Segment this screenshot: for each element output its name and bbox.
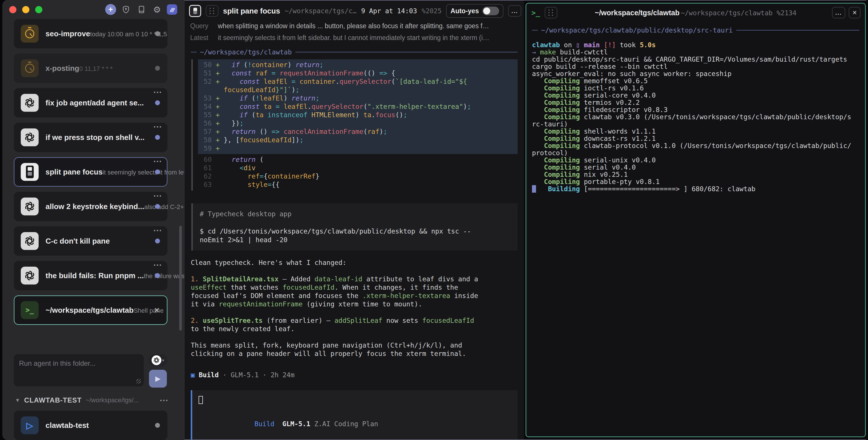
toggle-track[interactable]: [483, 7, 499, 15]
pane-menu-button[interactable]: ...: [508, 5, 522, 17]
terminal-line: Compiling portable-pty v0.8.1: [532, 178, 539, 185]
detail-pane: split pane focus ~/workspace/tgs/c… 9 Ap…: [184, 1, 524, 439]
close-window-button[interactable]: [9, 6, 17, 13]
code-line: 51 + const raf = requestAnimationFrame((…: [200, 69, 515, 77]
drag-handle[interactable]: [206, 5, 218, 17]
item-menu-button[interactable]: [154, 161, 161, 162]
sidebar-item-pane[interactable]: split pane focusit seemingly selects it …: [14, 157, 167, 187]
status-dot: [155, 31, 160, 36]
openai-icon: [21, 94, 39, 112]
sidebar-item-openai[interactable]: C-c don't kill pane: [14, 226, 167, 256]
session-list: seo-improvetoday 10:00 am 0 10 * * 1,5x-…: [2, 19, 184, 351]
sidebar-item-openai[interactable]: the build fails: Run pnpm ...the failure…: [14, 261, 167, 290]
sidebar-item-shell[interactable]: >_~/workspace/tgs/clawtabShell pane✕: [14, 296, 167, 325]
tool-output-line: # Typecheck desktop app: [200, 210, 510, 218]
run-agent-input[interactable]: Run agent in this folder...: [14, 354, 144, 386]
terminal-header[interactable]: >_ ~/workspace/tgs/clawtab ~/workspace/t…: [526, 3, 865, 20]
resize-handle-icon[interactable]: [136, 379, 141, 383]
code-line: 60 return (: [200, 156, 515, 164]
project-menu-button[interactable]: [160, 400, 167, 401]
sidebar-scrollbar[interactable]: [179, 226, 182, 331]
section-divider: ~/workspace/tgs/clawtab: [191, 48, 518, 56]
terminal-line: Compiling filedescriptor v0.8.3: [532, 106, 539, 113]
zoom-window-button[interactable]: [35, 6, 42, 13]
terminal-line: protocol): [532, 149, 539, 156]
sidebar-item-timer[interactable]: seo-improvetoday 10:00 am 0 10 * * 1,5: [14, 19, 167, 48]
sidebar-item-openai[interactable]: allow 2 keystroke keybind...also add C-2…: [14, 192, 167, 221]
drag-handle[interactable]: [545, 7, 557, 19]
app-logo-button[interactable]: [167, 4, 177, 15]
status-dot: [155, 423, 160, 428]
openai-icon: [24, 235, 35, 247]
terminal-line: Compiling ioctl-rs v0.1.6: [532, 84, 539, 91]
mode-label[interactable]: Build: [254, 420, 274, 428]
item-menu-button[interactable]: [154, 195, 161, 197]
session-subtitle: also add C-2+q to kill pane, ac...: [144, 203, 184, 210]
model-selector[interactable]: ▾: [148, 354, 167, 366]
terminal-line: cargo build --release --bin cwtctl: [532, 63, 539, 70]
new-session-button[interactable]: +: [105, 4, 116, 15]
journal-button[interactable]: [136, 4, 147, 15]
session-title: ~/workspace/tgs/clawtab: [45, 306, 134, 314]
list-item[interactable]: ▷ clawtab-test: [14, 411, 167, 440]
code-line: focusedLeafId}"]`);: [200, 86, 515, 94]
terminal-line: cd public/desktop/src-tauri && CARGO_TAR…: [532, 55, 539, 63]
code-line: 54 + const ta = leafEl.querySelector(".x…: [200, 103, 515, 111]
terminal-pane: >_ ~/workspace/tgs/clawtab ~/workspace/t…: [526, 3, 866, 437]
close-icon[interactable]: ✕: [154, 306, 160, 314]
session-text: seo-improvetoday 10:00 am 0 10 * * 1,5: [45, 29, 150, 38]
sidebar-item-timer[interactable]: x-posting0 11,17 * * *: [14, 54, 167, 83]
project-section-header[interactable]: ▼ CLAWTAB-TEST ~/workspace/tgs/...: [15, 396, 167, 404]
detail-pane-header[interactable]: split pane focus ~/workspace/tgs/c… 9 Ap…: [184, 1, 524, 20]
session-text: fix job agent/add agent se...: [45, 99, 150, 107]
titlebar: + ⚙: [2, 0, 184, 19]
terminal-menu-button[interactable]: ...: [832, 7, 845, 19]
security-button[interactable]: [120, 4, 132, 15]
book-icon: [137, 5, 146, 14]
cursor-icon: ▷: [21, 416, 39, 434]
code-line: 58 + }, [focusedLeafId]);: [200, 136, 515, 144]
message-composer[interactable]: Build GLM-5.1 Z.AI Coding Plan: [191, 390, 518, 439]
item-menu-button[interactable]: [154, 92, 161, 93]
diff-added-block: 50 + if (!container) return; 51 + const …: [198, 59, 518, 154]
item-menu-button[interactable]: [154, 264, 161, 266]
shell-icon: >_: [21, 301, 39, 319]
diff-message: 50 + if (!container) return; 51 + const …: [191, 59, 518, 191]
openai-icon: [24, 201, 35, 212]
plan-label: Z.AI Coding Plan: [314, 420, 378, 428]
tool-output-line: [200, 218, 510, 227]
chevron-down-icon: ▾: [162, 358, 164, 363]
query-text: when splitting a window in details ... b…: [218, 22, 518, 30]
terminal-prompt-icon: >_: [531, 9, 540, 17]
model-label[interactable]: GLM-5.1: [282, 420, 310, 428]
send-button[interactable]: ▶: [149, 370, 167, 387]
terminal-body[interactable]: ~/workspace/tgs/clawtab/public/desktop/s…: [526, 20, 865, 437]
minimize-window-button[interactable]: [22, 6, 29, 13]
main-area: split pane focus ~/workspace/tgs/c… 9 Ap…: [184, 0, 868, 440]
terminal-close-button[interactable]: ✕: [849, 7, 861, 19]
paragraph: Clean typecheck. Here's what I changed:: [191, 259, 518, 267]
code-line: 63 style={{: [200, 180, 515, 189]
item-menu-button[interactable]: [154, 126, 161, 128]
auto-yes-toggle[interactable]: Auto-yes: [446, 4, 503, 18]
pane-token-percent: %2025: [422, 7, 441, 15]
paragraph: 1. SplitDetailArea.tsx — Added data-leaf…: [191, 275, 518, 308]
latest-label: Latest: [190, 34, 218, 42]
code-line: 50 + if (!container) return;: [200, 61, 515, 69]
collapse-caret-icon[interactable]: ▼: [15, 397, 20, 403]
settings-button[interactable]: ⚙: [151, 4, 163, 15]
item-menu-button[interactable]: [154, 230, 161, 231]
code-line: 62 ref={containerRef}: [200, 172, 515, 180]
openai-icon: [24, 270, 35, 281]
session-text: ~/workspace/tgs/clawtabShell pane: [45, 306, 150, 315]
sidebar-item-openai[interactable]: if we press stop on shell v...: [14, 123, 167, 152]
code-line: 55 + if (ta instanceof HTMLElement) ta.f…: [200, 111, 515, 119]
terminal-line: clawtab on ▯ main [!] took 5.0s: [532, 41, 539, 48]
composer-controls: ▾ ▶: [148, 354, 167, 387]
session-title: allow 2 keystroke keybind...: [45, 202, 144, 211]
sidebar-item-openai[interactable]: fix job agent/add agent se...: [14, 88, 167, 117]
terminal-line: Compiling shell-words v1.1.1: [532, 127, 539, 134]
shield-icon: [121, 5, 130, 14]
section-divider: ~/workspace/tgs/clawtab/public/desktop/s…: [532, 27, 859, 34]
openai-icon: [24, 132, 35, 143]
